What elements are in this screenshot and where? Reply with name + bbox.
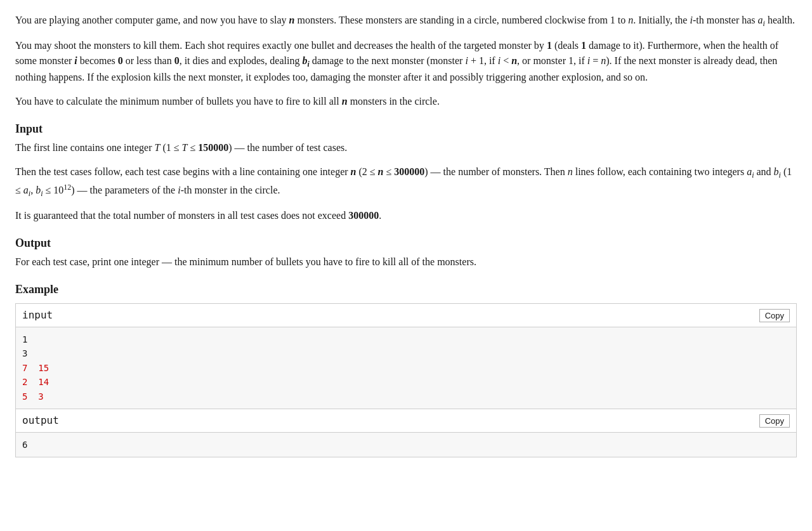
- input-block-label: input: [22, 308, 53, 323]
- paragraph-1: You are playing another computer game, a…: [15, 13, 797, 29]
- input-block: input Copy 1 3 7 15 2 14 5 3: [15, 303, 797, 409]
- output-block: output Copy 6: [15, 409, 797, 457]
- output-block-label: output: [22, 413, 59, 428]
- input-text-2: Then the test cases follow, each test ca…: [15, 164, 797, 199]
- input-line-3: 7 15: [22, 363, 49, 373]
- output-copy-button[interactable]: Copy: [759, 414, 790, 428]
- input-block-header: input Copy: [16, 304, 796, 327]
- paragraph-2: You may shoot the monsters to kill them.…: [15, 38, 797, 85]
- problem-container: You are playing another computer game, a…: [15, 13, 797, 457]
- input-line-1: 1: [22, 334, 27, 344]
- output-block-header: output Copy: [16, 409, 796, 433]
- input-section: Input The first line contains one intege…: [15, 121, 797, 223]
- example-title: Example: [15, 281, 797, 298]
- input-line-5: 5 3: [22, 391, 44, 402]
- paragraph-3: You have to calculate the minimum number…: [15, 94, 797, 109]
- input-text-3: It is guaranteed that the total number o…: [15, 208, 797, 223]
- input-line-4: 2 14: [22, 377, 49, 387]
- input-title: Input: [15, 121, 797, 138]
- output-section: Output For each test case, print one int…: [15, 235, 797, 270]
- output-title: Output: [15, 235, 797, 252]
- output-block-content: 6: [16, 433, 796, 457]
- output-value: 6: [22, 440, 27, 450]
- input-text-1: The first line contains one integer T (1…: [15, 140, 797, 155]
- input-block-content: 1 3 7 15 2 14 5 3: [16, 327, 796, 409]
- input-line-2: 3: [22, 348, 27, 358]
- input-copy-button[interactable]: Copy: [759, 309, 790, 322]
- example-section: Example input Copy 1 3 7 15 2 14 5 3 out…: [15, 281, 797, 457]
- output-text: For each test case, print one integer — …: [15, 254, 797, 270]
